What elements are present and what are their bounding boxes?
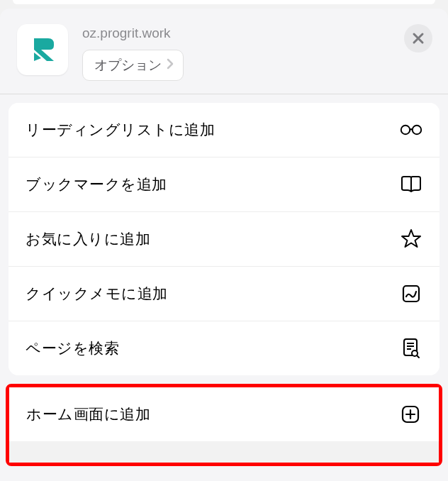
site-favicon (17, 24, 68, 75)
menu-label: リーディングリストに追加 (26, 120, 215, 140)
menu-item-favorite[interactable]: お気に入りに追加 (9, 212, 439, 267)
action-menu: リーディングリストに追加 ブックマークを追加 お気に入りに追加 クイックメモに追… (9, 103, 439, 375)
share-sheet: oz.progrit.work オプション リーディングリストに追加 ブックマー… (0, 9, 448, 481)
quicknote-icon (400, 282, 422, 305)
site-url: oz.progrit.work (82, 26, 184, 41)
sheet-header: oz.progrit.work オプション (0, 9, 448, 94)
header-info: oz.progrit.work オプション (82, 24, 184, 81)
menu-label: クイックメモに追加 (26, 284, 168, 304)
menu-label: ホーム画面に追加 (26, 404, 150, 424)
progrit-logo-icon (26, 33, 60, 67)
menu-item-find-on-page[interactable]: ページを検索 (9, 321, 439, 375)
svg-point-1 (413, 126, 421, 134)
svg-point-0 (401, 126, 410, 134)
options-label: オプション (94, 56, 162, 74)
background-tab-hint (13, 0, 435, 4)
svg-line-8 (417, 355, 419, 358)
chevron-right-icon (166, 57, 174, 73)
menu-item-add-to-home[interactable]: ホーム画面に追加 (9, 387, 439, 441)
menu-label: ブックマークを追加 (26, 175, 167, 194)
close-icon (412, 32, 425, 45)
svg-rect-2 (403, 286, 419, 302)
book-icon (400, 173, 422, 196)
spacer (9, 441, 439, 463)
highlight-annotation: ホーム画面に追加 (6, 384, 442, 466)
options-button[interactable]: オプション (82, 50, 184, 81)
search-page-icon (400, 337, 422, 360)
menu-item-quicknote[interactable]: クイックメモに追加 (9, 267, 439, 321)
close-button[interactable] (404, 24, 432, 52)
glasses-icon (400, 118, 422, 141)
menu-label: ページを検索 (26, 338, 119, 358)
add-home-icon (399, 403, 422, 426)
menu-item-reading-list[interactable]: リーディングリストに追加 (9, 103, 439, 157)
menu-item-bookmark[interactable]: ブックマークを追加 (9, 157, 439, 212)
star-icon (400, 228, 422, 250)
menu-label: お気に入りに追加 (26, 229, 150, 249)
